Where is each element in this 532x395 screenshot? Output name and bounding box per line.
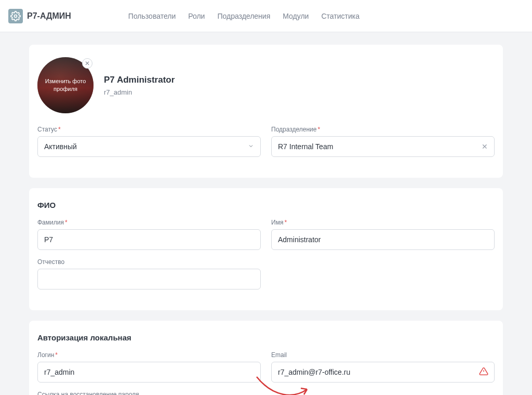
department-select[interactable]: R7 Internal Team ✕ (271, 136, 495, 157)
reset-link-label: Ссылка на восстановление пароля (37, 391, 261, 395)
nav-roles[interactable]: Роли (188, 12, 205, 20)
department-label: Подразделение* (271, 126, 495, 133)
firstname-input[interactable] (271, 229, 495, 250)
nav-users[interactable]: Пользователи (128, 12, 176, 20)
avatar-remove-button[interactable]: ✕ (82, 58, 92, 69)
nav-modules[interactable]: Модули (283, 12, 309, 20)
warning-icon (479, 367, 488, 378)
close-icon: ✕ (85, 60, 90, 67)
department-value: R7 Internal Team (278, 142, 333, 151)
logo[interactable]: Р7-АДМИН (8, 9, 71, 23)
lastname-label: Фамилия* (37, 219, 261, 226)
main-nav: Пользователи Роли Подразделения Модули С… (128, 12, 360, 20)
avatar-overlay-text: Изменить фото профиля (37, 77, 94, 93)
profile-username: r7_admin (104, 88, 175, 96)
fio-section-title: ФИО (37, 201, 495, 209)
profile-display-name: P7 Administrator (104, 75, 175, 85)
login-label: Логин* (37, 351, 261, 359)
status-select[interactable]: Активный (37, 136, 261, 157)
chevron-down-icon (248, 142, 254, 151)
clear-icon[interactable]: ✕ (482, 142, 488, 151)
status-value: Активный (44, 142, 77, 151)
login-input[interactable] (37, 362, 261, 383)
svg-point-0 (15, 15, 17, 17)
lastname-input[interactable] (37, 229, 261, 250)
email-input[interactable] (271, 362, 495, 383)
email-label: Email (271, 351, 495, 359)
status-label: Статус* (37, 126, 261, 133)
auth-section-title: Авторизация локальная (37, 333, 495, 342)
fio-card: ФИО Фамилия* Имя* Отчество (29, 188, 503, 310)
patronymic-label: Отчество (37, 258, 261, 266)
gear-icon (8, 9, 23, 23)
header-bar: Р7-АДМИН Пользователи Роли Подразделения… (0, 0, 532, 32)
nav-departments[interactable]: Подразделения (217, 12, 270, 20)
profile-card: Изменить фото профиля ✕ P7 Administrator… (29, 45, 503, 178)
logo-text: Р7-АДМИН (27, 11, 71, 21)
auth-card: Авторизация локальная Логин* Email (29, 321, 503, 395)
patronymic-input[interactable] (37, 269, 261, 289)
nav-stats[interactable]: Статистика (321, 12, 360, 20)
firstname-label: Имя* (271, 219, 495, 226)
